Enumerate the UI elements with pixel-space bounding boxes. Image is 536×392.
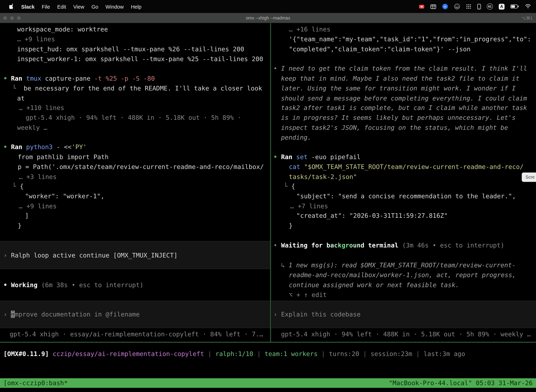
menu-window[interactable]: Window [105, 4, 124, 9]
terminal-line: … +110 lines [19, 103, 64, 112]
svg-text:∞: ∞ [444, 5, 446, 9]
prompt-line: › Explain this codebase [273, 309, 360, 319]
terminal-line: "worker": "worker-1", [25, 191, 105, 201]
screen: Slack FileEditViewGoWindowHelp ∞ 61 A [0, 0, 536, 392]
menu-bar-status-area: ∞ 61 A [419, 3, 536, 9]
menu-file[interactable]: File [42, 4, 50, 9]
macos-menu-bar: Slack FileEditViewGoWindowHelp ∞ 61 A [0, 0, 536, 13]
terminal-line: … +3 lines [19, 172, 57, 182]
battery-icon[interactable] [510, 5, 519, 9]
terminal-line: … +16 lines [289, 24, 330, 34]
wifi-icon[interactable] [525, 4, 531, 9]
menu-help[interactable]: Help [131, 4, 141, 9]
terminal-line: keep that in mind. Maybe I also need the… [281, 73, 519, 83]
terminal-line: should send a message before completing … [281, 93, 527, 103]
screen-record-indicator-icon[interactable] [419, 4, 425, 9]
terminal-line: … +9 lines [17, 34, 55, 44]
terminal-line: ↳ 1 new msg(s): read $OMX_TEAM_STATE_ROO… [281, 260, 516, 270]
terminal-line: task2 after task1 is complete, but can I… [281, 103, 527, 112]
terminal-line: └ be necessary for the end of the README… [12, 83, 262, 93]
input-source-letter: A [500, 4, 503, 9]
tmux-session-window: [omx-cczip0:bash* [3, 378, 68, 388]
terminal-line: workspace_mode: worktree [17, 24, 108, 34]
terminal-line: • Waiting for background terminal (3m 46… [273, 240, 504, 250]
battery-percentage-value: 61 [488, 5, 492, 8]
app-menus: FileEditViewGoWindowHelp [35, 4, 141, 9]
tmux-status-bar: [omx-cczip0:bash* "MacBook-Pro-44.local"… [0, 378, 536, 388]
terminal-line: └ { [284, 181, 295, 191]
screen-share-overlay[interactable]: Scre [522, 173, 536, 182]
terminal-line: '{"team_name":"my-team","task_id":"1","f… [289, 34, 531, 44]
terminal-line: gpt-5.4 xhigh · 94% left · 488K in · 5.1… [281, 329, 531, 339]
terminal-line: ⌥ + ↑ edit [289, 290, 327, 300]
pane-divider-horizontal [0, 342, 536, 343]
prompt-line: › Ralph loop active continue [OMX_TMUX_I… [3, 250, 177, 260]
grid-table-icon[interactable] [430, 4, 436, 9]
menu-view[interactable]: View [73, 4, 84, 9]
terminal-line: • Working (6m 38s • esc to interrupt) [3, 280, 143, 290]
window-shortcut-hint: ⌥⌘1 [522, 13, 532, 23]
terminal-line: weekly … [17, 123, 47, 132]
terminal-line: tasks/task-2.json" [289, 172, 357, 182]
omx-status-line: [OMX#0.11.9] cczip/essay/ai-reimplementa… [3, 349, 465, 359]
menu-go[interactable]: Go [91, 4, 98, 9]
device-icon[interactable] [477, 4, 481, 9]
terminal-line: continue assigned work or next feasible … [289, 280, 459, 290]
terminal-line: inspect_hud: omx sparkshell --tmux-pane … [17, 44, 244, 54]
screen-share-overlay-label: Scre [526, 174, 535, 179]
tmux-host-clock: "MacBook-Pro-44.local" 05:03 31-Mar-26 [389, 378, 533, 388]
terminal-line: ] [25, 210, 29, 220]
window-title-bar: omx --xhigh --madmax ⌥⌘1 [0, 13, 536, 23]
terminal-line: p = Path('.omx/state/team/review-current… [18, 162, 264, 172]
dots-grid-icon[interactable] [466, 4, 471, 9]
terminal-line: "subject": "send a concise recommendatio… [296, 191, 516, 201]
pane-divider-vertical[interactable] [270, 23, 271, 342]
terminal-line: } [289, 221, 293, 230]
terminal-line: • Ran tmux capture-pane -t %25 -p -S -80 [3, 73, 155, 83]
terminal-line: … +7 lines [290, 201, 328, 211]
terminal-line: at [17, 93, 25, 103]
terminal-line: • I need to get the claim token from the… [273, 64, 527, 73]
terminal-line: └ { [12, 181, 24, 191]
terminal-line: from pathlib import Path [18, 152, 109, 162]
prompt-line: › Improve documentation in @filename [3, 309, 140, 319]
terminal-line: } [18, 221, 22, 230]
input-source-icon[interactable]: A [499, 4, 505, 9]
terminal-line: • Ran set -euo pipefail [273, 152, 360, 162]
terminal-line: is in progress? It seems likely but perh… [281, 112, 516, 122]
terminal-line: inspect task2's JSON, focusing on the st… [281, 123, 508, 132]
terminal-line: inspect_worker-1: omx sparkshell --tmux-… [17, 54, 263, 64]
terminal-line: "created_at": "2026-03-31T11:59:27.816Z" [296, 210, 448, 220]
terminal-line: … +9 lines [19, 201, 57, 211]
loop-app-icon[interactable]: ∞ [442, 3, 448, 9]
terminal-line: gpt-5.4 xhigh · essay/ai-reimplementatio… [10, 329, 263, 339]
terminal-line: pending. [281, 132, 311, 142]
battery-percentage-badge[interactable]: 61 [487, 3, 493, 9]
terminal-line: • Ran python3 - <<'PY' [3, 142, 87, 152]
apple-menu-icon[interactable] [9, 3, 14, 9]
terminal-line: "completed","claim_token":"claim-token"}… [289, 44, 471, 54]
terminal-line: readme-and-reco/mailbox/worker-1.json, a… [289, 270, 516, 280]
active-app-name[interactable]: Slack [21, 4, 35, 9]
terminal-line: cat "$OMX_TEAM_STATE_ROOT/team/review-cu… [289, 162, 523, 172]
menu-edit[interactable]: Edit [57, 4, 66, 9]
terminal-line: later. Using the same for transition mig… [281, 83, 516, 93]
dark-circle-app-icon[interactable] [454, 3, 460, 9]
terminal-line: gpt-5.4 xhigh · 94% left · 488K in · 5.1… [26, 112, 241, 122]
window-title: omx --xhigh --madmax [0, 13, 536, 23]
